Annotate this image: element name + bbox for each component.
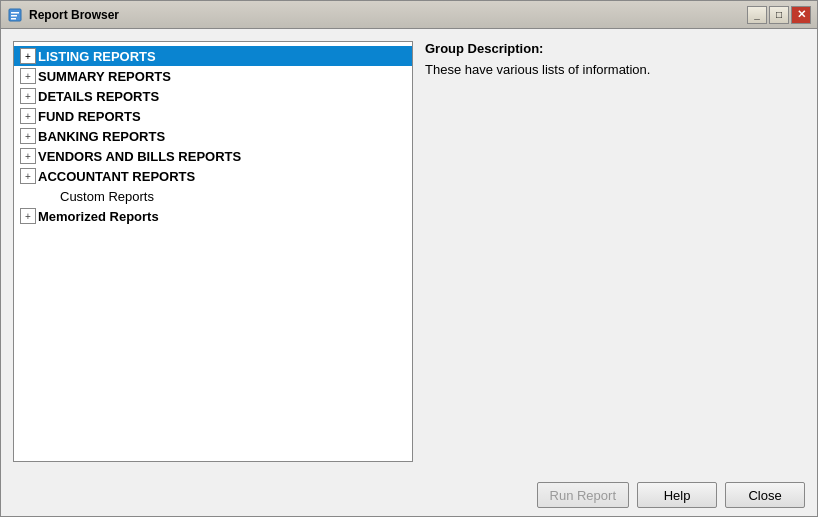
tree-item-label-fund: FUND REPORTS: [38, 109, 141, 124]
tree-item-label-memorized: Memorized Reports: [38, 209, 159, 224]
title-bar: Report Browser _ □ ✕: [1, 1, 817, 29]
expand-icon-banking[interactable]: +: [20, 128, 36, 144]
expand-icon-accountant[interactable]: +: [20, 168, 36, 184]
tree-item-vendors[interactable]: +VENDORS AND BILLS REPORTS: [14, 146, 412, 166]
tree-item-label-banking: BANKING REPORTS: [38, 129, 165, 144]
maximize-button[interactable]: □: [769, 6, 789, 24]
tree-item-label-accountant: ACCOUNTANT REPORTS: [38, 169, 195, 184]
expand-icon-details[interactable]: +: [20, 88, 36, 104]
title-bar-icon: [7, 7, 23, 23]
group-description-section: Group Description: These have various li…: [425, 41, 805, 462]
window-body: +LISTING REPORTS+SUMMARY REPORTS+DETAILS…: [1, 29, 817, 474]
minimize-button[interactable]: _: [747, 6, 767, 24]
tree-item-summary[interactable]: +SUMMARY REPORTS: [14, 66, 412, 86]
help-button[interactable]: Help: [637, 482, 717, 508]
close-title-button[interactable]: ✕: [791, 6, 811, 24]
tree-item-details[interactable]: +DETAILS REPORTS: [14, 86, 412, 106]
expand-icon-summary[interactable]: +: [20, 68, 36, 84]
tree-item-label-vendors: VENDORS AND BILLS REPORTS: [38, 149, 241, 164]
tree-item-custom[interactable]: Custom Reports: [14, 186, 412, 206]
tree-item-banking[interactable]: +BANKING REPORTS: [14, 126, 412, 146]
right-panel: Group Description: These have various li…: [425, 41, 805, 462]
tree-item-label-custom: Custom Reports: [60, 189, 154, 204]
close-button[interactable]: Close: [725, 482, 805, 508]
tree-item-memorized[interactable]: +Memorized Reports: [14, 206, 412, 226]
tree-item-fund[interactable]: +FUND REPORTS: [14, 106, 412, 126]
group-desc-text: These have various lists of information.: [425, 62, 805, 77]
svg-rect-2: [11, 15, 17, 17]
expand-icon-memorized[interactable]: +: [20, 208, 36, 224]
tree-item-label-details: DETAILS REPORTS: [38, 89, 159, 104]
title-bar-title: Report Browser: [29, 8, 747, 22]
svg-rect-1: [11, 12, 19, 14]
tree-item-label-summary: SUMMARY REPORTS: [38, 69, 171, 84]
tree-item-accountant[interactable]: +ACCOUNTANT REPORTS: [14, 166, 412, 186]
expand-icon-vendors[interactable]: +: [20, 148, 36, 164]
footer: Run Report Help Close: [1, 474, 817, 516]
tree-item-label-listing: LISTING REPORTS: [38, 49, 156, 64]
tree-item-listing[interactable]: +LISTING REPORTS: [14, 46, 412, 66]
group-desc-title: Group Description:: [425, 41, 805, 56]
expand-icon-listing[interactable]: +: [20, 48, 36, 64]
tree-panel: +LISTING REPORTS+SUMMARY REPORTS+DETAILS…: [13, 41, 413, 462]
title-bar-buttons: _ □ ✕: [747, 6, 811, 24]
svg-rect-3: [11, 18, 16, 20]
run-report-button[interactable]: Run Report: [537, 482, 629, 508]
no-expand-custom: [42, 188, 58, 204]
expand-icon-fund[interactable]: +: [20, 108, 36, 124]
report-browser-window: Report Browser _ □ ✕ +LISTING REPORTS+SU…: [0, 0, 818, 517]
